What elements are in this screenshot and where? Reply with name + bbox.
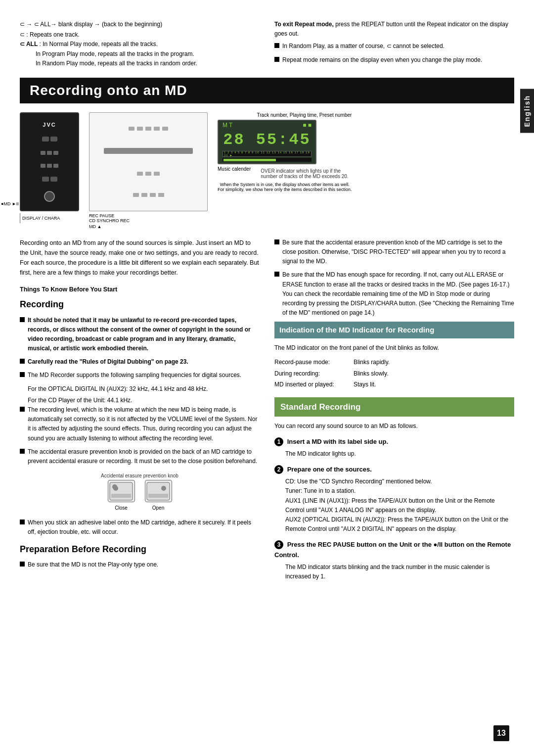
svg-point-4 [161,486,166,491]
device-row-4 [42,177,57,182]
right-text-2: Be sure that the MD has enough space for… [282,270,514,318]
repeat-arrow: ⊂ → ⊂ ALL→ blank display → (back to the … [20,20,162,29]
volume-inner [223,159,276,161]
random-note-text: In Random Play, as a matter of course, ⊂… [282,42,445,51]
right-bullet-1: Be sure that the accidental erasure prev… [274,238,514,267]
device-row-2 [41,151,58,155]
all-program: In Program Play mode, repeats all the tr… [36,49,260,59]
recording-bullet-1: It should be noted that it may be unlawf… [20,316,260,354]
label-line-1 [20,213,20,223]
panel-row-2 [137,172,160,176]
indication-label-3: MD inserted or played: [274,380,344,389]
step-2-line-1: CD: Use the "CD Synchro Recording" menti… [285,477,514,486]
p-btn-4 [154,127,160,131]
indication-value-2: Blinks slowly. [354,369,388,378]
indication-row-1: Record-pause mode: Blinks rapidly. [274,358,514,367]
right-sq-2 [274,272,279,277]
device-btn-s1 [41,151,45,155]
english-tab: English [520,89,534,133]
device-btn-1 [42,137,49,142]
system-cap-1: When the System is in use, the display s… [218,182,352,187]
repeat-remains-text: Repeat mode remains on the display even … [282,55,482,65]
device-btn-s6 [53,164,58,168]
bullet-bold-r1: It should be noted that it may be unlawf… [28,317,251,352]
cartridge-shape-close [108,480,135,502]
device-btn-s2 [47,151,52,155]
bullet-sq-adhesive [20,520,25,524]
track-info-label: Track number, Playing time, Preset numbe… [218,112,352,118]
p-btn-2 [137,127,143,131]
p-btn-6 [137,172,143,176]
repeat-line-1: ⊂ → ⊂ ALL→ blank display → (back to the … [20,20,260,29]
cartridge-shape-open [145,480,172,502]
p-btn-1 [129,127,134,131]
right-text-1: Be sure that the accidental erasure prev… [282,238,514,267]
all-normal: ⊂ ALL : In Normal Play mode, repeats all… [20,40,260,49]
adhesive-note: When you stick an adhesive label onto th… [20,518,260,537]
jvc-logo: JVC [43,122,56,128]
step-3-text: The MD indicator starts blinking and the… [285,563,514,581]
step-1-text: The MD indicator lights up. [285,449,514,459]
step-3: 3 Press the REC PAUSE button on the Unit… [274,540,514,581]
step-3-title-text: Press the REC PAUSE button on the Unit o… [274,541,511,559]
indication-title: Indication of the MD Indicator for Recor… [279,326,434,334]
recording-bullet-5: The accidental erasure prevention knob i… [20,447,260,466]
device-image: JVC [20,112,79,211]
display-area-labels: Music calender OVER indicator which ligh… [218,166,352,179]
cartridge-svg-open [146,481,171,501]
page-number: 13 [493,725,509,741]
step-2-lines: CD: Use the "CD Synchro Recording" menti… [285,477,514,534]
device-row-3 [41,164,58,168]
cd-player-label: For the CD Player of the Unit: 44.1 kHz. [28,396,260,405]
all-random: In Random Play mode, repeats all the tra… [36,59,260,68]
indication-row-2: During recording: Blinks slowly. [274,369,514,378]
cartridge-close: Close [108,480,135,512]
p-btn-7 [145,172,151,176]
device-btn-3 [42,177,49,182]
step-2: 2 Prepare one of the sources. CD: Use th… [274,465,514,534]
svg-rect-5 [148,494,168,498]
p-btn-11 [150,193,156,197]
preparation-title: Preparation Before Recording [20,542,260,557]
md-eject-label: MD ▲ [89,224,208,229]
panel-row-3 [133,193,164,197]
bullet-text-prep: Be sure that the MD is not the Play-only… [28,560,260,569]
p-btn-8 [154,172,160,176]
indication-table: Record-pause mode: Blinks rapidly. Durin… [274,358,514,389]
device-remote: JVC [20,112,79,223]
step-1-title: 1 Insert a MD with its label side up. [274,437,514,447]
step-1-number: 1 [274,437,283,446]
step-3-number: 3 [274,540,283,549]
intro-text: Recording onto an MD from any of the sou… [20,238,260,278]
standard-recording-intro: You can record any sound source to an MD… [274,422,514,431]
indication-value-3: Stays lit. [354,380,376,389]
bullet-bold-r2: Carefully read the "Rules of Digital Dub… [28,358,188,365]
device-row-1 [42,137,57,142]
p-btn-3 [145,127,151,131]
top-right: To exit Repeat mode, press the REPEAT bu… [274,20,514,69]
recording-bullet-2: Carefully read the "Rules of Digital Dub… [20,357,260,367]
recording-title: Recording [20,297,260,312]
calender-numbers: 1 2 3 4 5 6 7 8 9 10 11 12 13 14 15 16 1… [224,151,310,157]
optical-digital-label: For the OPTICAL DIGITAL IN (AUX2): 32 kH… [28,384,260,394]
device-btn-4 [50,177,57,182]
cartridge-knob-close [112,484,117,489]
close-label: Close [108,504,135,512]
right-bullet-2: Be sure that the MD has enough space for… [274,270,514,318]
rec-pause-label: REC PAUSE [89,213,208,218]
bullet-text-r2: Carefully read the "Rules of Digital Dub… [28,357,260,367]
diagram-area: JVC [20,112,514,229]
bullet-sq [274,43,279,48]
display-label-row: DISPLAY / CHARA [20,213,79,223]
bullet-sq-r1 [20,317,25,322]
display-top-row: M T ■ ■ [222,122,312,129]
panel-row-1 [129,127,168,131]
music-calender-bar: 1 2 3 4 5 6 7 8 9 10 11 12 13 14 15 16 1… [222,151,312,157]
exit-repeat: To exit Repeat mode, press the REPEAT bu… [274,20,514,39]
device-btn-s3 [53,151,58,155]
indication-value-1: Blinks rapidly. [354,358,390,367]
panel: REC PAUSE CD SYNCHRO REC MD ▲ [89,112,208,229]
indication-label-1: Record-pause mode: [274,358,344,367]
display-time: 28 55:45 [223,131,311,149]
things-to-know: Things To Know Before You Start [20,284,260,294]
